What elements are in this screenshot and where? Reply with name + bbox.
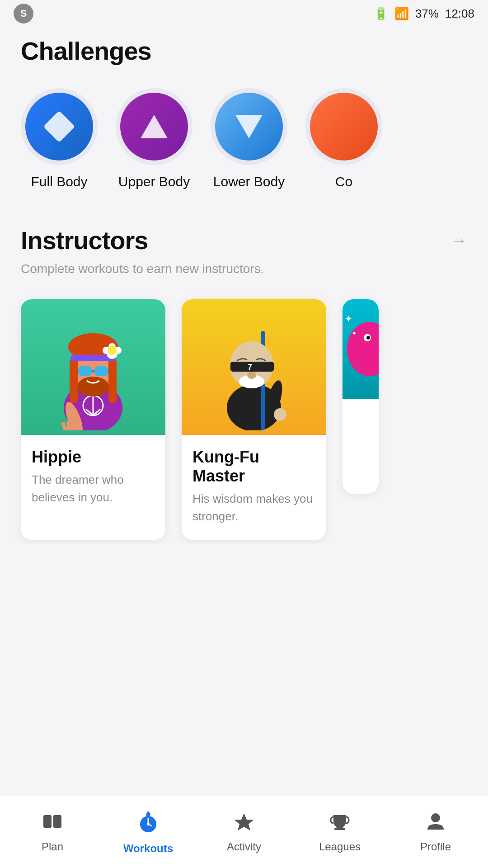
challenge-label-full-body: Full Body bbox=[31, 174, 87, 189]
nav-item-activity[interactable]: Activity bbox=[196, 811, 292, 853]
challenge-label-lower-body: Lower Body bbox=[213, 174, 285, 189]
challenge-circle-lower-body bbox=[211, 88, 287, 165]
challenge-inner-core bbox=[310, 93, 378, 160]
time-display: 12:08 bbox=[445, 7, 474, 21]
plan-icon bbox=[42, 811, 62, 836]
instructor-card-kungfu[interactable]: 7 bbox=[182, 299, 326, 540]
challenge-full-body[interactable]: Full Body bbox=[21, 88, 98, 189]
nav-item-profile[interactable]: Profile bbox=[388, 811, 483, 853]
bottom-nav: Plan Workouts Acti bbox=[0, 796, 488, 868]
leagues-icon bbox=[330, 811, 350, 836]
instructor-desc-hippie: The dreamer who believes in you. bbox=[32, 471, 155, 506]
instructor-name-kungfu: Kung-Fu Master bbox=[192, 448, 315, 486]
instructor-name-hippie: Hippie bbox=[32, 448, 155, 467]
challenge-inner-upper-body bbox=[120, 93, 188, 160]
challenges-scroll[interactable]: Full Body Upper Body Lower Body bbox=[0, 79, 488, 198]
kungfu-background: 7 bbox=[182, 299, 326, 435]
challenge-lower-body[interactable]: Lower Body bbox=[211, 88, 287, 189]
challenge-label-core: Co bbox=[335, 174, 352, 189]
challenge-inner-full-body bbox=[25, 93, 93, 160]
challenge-core[interactable]: Co bbox=[305, 88, 382, 189]
triangle-up-icon bbox=[141, 115, 168, 138]
svg-point-18 bbox=[77, 377, 109, 396]
instructors-title: Instructors bbox=[21, 226, 148, 255]
instructor-image-partial: ✦ ✦ bbox=[343, 299, 379, 399]
svg-text:7: 7 bbox=[248, 363, 252, 372]
instructors-scroll[interactable]: Hippie The dreamer who believes in you. bbox=[0, 295, 488, 544]
instructor-image-hippie bbox=[21, 299, 165, 435]
svg-point-48 bbox=[431, 813, 440, 822]
diamond-icon bbox=[43, 111, 75, 143]
svg-point-31 bbox=[274, 408, 286, 421]
battery-percent: 37% bbox=[415, 7, 439, 21]
workouts-icon bbox=[137, 810, 159, 838]
nav-label-plan: Plan bbox=[42, 840, 63, 853]
svg-rect-15 bbox=[78, 366, 92, 376]
status-left: S bbox=[14, 4, 33, 24]
svg-point-14 bbox=[108, 346, 117, 355]
status-bar: S 🔋 📶 37% 12:08 bbox=[0, 0, 488, 27]
challenge-label-upper-body: Upper Body bbox=[118, 174, 190, 189]
svg-text:✦: ✦ bbox=[345, 314, 352, 324]
instructors-section: Instructors → Complete workouts to earn … bbox=[0, 226, 488, 544]
battery-icon: 🔋 bbox=[374, 7, 388, 21]
svg-point-29 bbox=[247, 372, 256, 379]
wifi-icon: 📶 bbox=[394, 7, 409, 21]
profile-icon bbox=[426, 811, 446, 836]
instructor-body-hippie: Hippie The dreamer who believes in you. bbox=[21, 435, 165, 521]
svg-rect-38 bbox=[53, 815, 61, 828]
svg-rect-6 bbox=[70, 358, 78, 403]
challenge-inner-lower-body bbox=[215, 93, 283, 160]
nav-item-leagues[interactable]: Leagues bbox=[292, 811, 388, 853]
svg-text:✦: ✦ bbox=[352, 330, 357, 337]
challenge-circle-full-body bbox=[21, 88, 98, 165]
svg-line-22 bbox=[68, 423, 70, 430]
hippie-background bbox=[21, 299, 165, 435]
svg-point-44 bbox=[147, 823, 150, 826]
instructor-desc-kungfu: His wisdom makes you stronger. bbox=[192, 490, 315, 525]
svg-rect-41 bbox=[147, 811, 150, 814]
nav-label-workouts: Workouts bbox=[123, 842, 173, 855]
svg-rect-7 bbox=[108, 358, 117, 403]
nav-label-activity: Activity bbox=[227, 840, 261, 853]
challenge-circle-core bbox=[305, 88, 382, 165]
instructors-subtitle: Complete workouts to earn new instructor… bbox=[0, 259, 488, 278]
instructor-card-hippie[interactable]: Hippie The dreamer who believes in you. bbox=[21, 299, 165, 540]
challenges-title: Challenges bbox=[21, 37, 151, 65]
app-icon: S bbox=[14, 4, 33, 24]
challenges-section: Challenges Full Body Upper Body bbox=[0, 36, 488, 198]
partial-background: ✦ ✦ bbox=[343, 299, 379, 399]
instructors-header: Instructors → bbox=[0, 226, 488, 255]
nav-item-workouts[interactable]: Workouts bbox=[100, 810, 196, 855]
challenge-upper-body[interactable]: Upper Body bbox=[116, 88, 192, 189]
challenge-circle-upper-body bbox=[116, 88, 192, 165]
instructor-card-partial[interactable]: ✦ ✦ bbox=[343, 299, 379, 494]
activity-icon bbox=[234, 811, 254, 836]
instructor-image-kungfu: 7 bbox=[182, 299, 326, 435]
instructors-arrow-icon[interactable]: → bbox=[451, 231, 467, 250]
nav-label-leagues: Leagues bbox=[319, 840, 361, 853]
status-right: 🔋 📶 37% 12:08 bbox=[374, 7, 474, 21]
svg-line-21 bbox=[63, 424, 66, 430]
main-content: Challenges Full Body Upper Body bbox=[0, 27, 488, 796]
svg-marker-45 bbox=[234, 813, 254, 830]
svg-rect-37 bbox=[43, 815, 52, 828]
nav-item-plan[interactable]: Plan bbox=[5, 811, 100, 853]
nav-label-profile: Profile bbox=[420, 840, 451, 853]
svg-rect-16 bbox=[94, 366, 108, 376]
svg-rect-47 bbox=[334, 828, 345, 830]
triangle-down-icon bbox=[235, 115, 263, 138]
challenges-header: Challenges bbox=[0, 36, 488, 66]
svg-point-34 bbox=[366, 336, 370, 340]
instructor-body-kungfu: Kung-Fu Master His wisdom makes you stro… bbox=[182, 435, 326, 540]
